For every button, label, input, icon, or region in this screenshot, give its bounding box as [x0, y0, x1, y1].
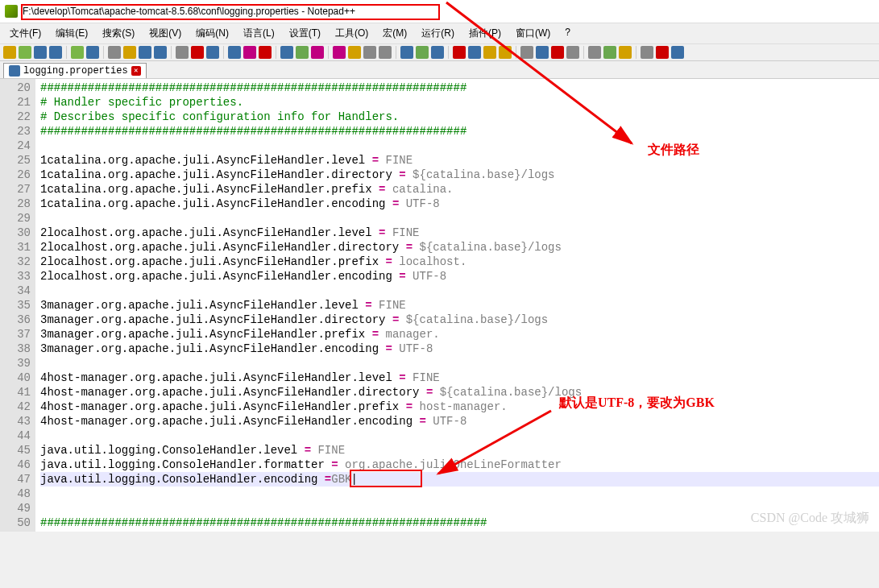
line-number: 49 [2, 501, 31, 516]
menu-item[interactable]: ? [558, 25, 577, 42]
code-line[interactable]: java.util.logging.ConsoleHandler.formatt… [40, 458, 879, 472]
code-line[interactable] [40, 284, 879, 298]
menu-item[interactable]: 视图(V) [143, 25, 188, 42]
toolbar-button-icon[interactable] [154, 46, 167, 59]
line-number: 30 [2, 226, 31, 240]
code-line[interactable]: ########################################… [40, 81, 879, 95]
code-line[interactable]: 1catalina.org.apache.juli.AsyncFileHandl… [40, 153, 879, 168]
toolbar-button-icon[interactable] [588, 46, 601, 59]
toolbar-button-icon[interactable] [468, 46, 481, 59]
toolbar-button-icon[interactable] [483, 46, 496, 59]
menu-item[interactable]: 插件(P) [462, 25, 508, 42]
toolbar-button-icon[interactable] [603, 46, 616, 59]
line-number: 36 [2, 313, 31, 327]
code-line[interactable]: # Handler specific properties. [40, 95, 879, 110]
code-line[interactable] [40, 356, 879, 371]
code-line[interactable] [40, 211, 879, 226]
code-line[interactable] [40, 429, 879, 443]
toolbar-button-icon[interactable] [333, 46, 346, 59]
toolbar-button-icon[interactable] [49, 46, 62, 59]
menu-item[interactable]: 编辑(E) [49, 25, 94, 42]
toolbar-button-icon[interactable] [191, 46, 204, 59]
menu-item[interactable]: 宏(M) [376, 25, 413, 42]
line-number: 43 [2, 414, 31, 429]
toolbar-button-icon[interactable] [71, 46, 84, 59]
menu-item[interactable]: 文件(F) [3, 25, 48, 42]
title-path-text: F:\develop\Tomcat\apache-tomcat-8.5.68\c… [23, 6, 299, 17]
toolbar-button-icon[interactable] [123, 46, 136, 59]
toolbar-button-icon[interactable] [34, 46, 47, 59]
title-suffix: - Notepad++ [299, 6, 355, 17]
toolbar-button-icon[interactable] [206, 46, 219, 59]
code-line[interactable]: 2localhost.org.apache.juli.AsyncFileHand… [40, 255, 879, 269]
toolbar-separator [223, 46, 224, 59]
code-line[interactable]: 2localhost.org.apache.juli.AsyncFileHand… [40, 269, 879, 284]
menu-item[interactable]: 设置(T) [283, 25, 327, 42]
toolbar-button-icon[interactable] [656, 46, 669, 59]
toolbar-button-icon[interactable] [431, 46, 444, 59]
toolbar-button-icon[interactable] [499, 46, 512, 59]
code-line[interactable]: java.util.logging.ConsoleHandler.encodin… [40, 472, 879, 487]
line-number: 39 [2, 356, 31, 371]
code-line[interactable]: ########################################… [40, 124, 879, 139]
toolbar-button-icon[interactable] [400, 46, 413, 59]
toolbar-button-icon[interactable] [566, 46, 579, 59]
code-line[interactable]: 2localhost.org.apache.juli.AsyncFileHand… [40, 226, 879, 240]
code-line[interactable]: 4host-manager.org.apache.juli.AsyncFileH… [40, 385, 879, 400]
toolbar-button-icon[interactable] [551, 46, 564, 59]
toolbar-button-icon[interactable] [86, 46, 99, 59]
toolbar-separator [328, 46, 329, 59]
toolbar-button-icon[interactable] [228, 46, 241, 59]
toolbar-button-icon[interactable] [363, 46, 376, 59]
menu-item[interactable]: 窗口(W) [509, 25, 557, 42]
toolbar-button-icon[interactable] [19, 46, 31, 59]
toolbar-button-icon[interactable] [176, 46, 189, 59]
menu-item[interactable]: 运行(R) [415, 25, 461, 42]
toolbar-button-icon[interactable] [108, 46, 121, 59]
menu-item[interactable]: 搜索(S) [96, 25, 141, 42]
toolbar-button-icon[interactable] [641, 46, 653, 59]
code-line[interactable]: 4host-manager.org.apache.juli.AsyncFileH… [40, 414, 879, 429]
code-line[interactable]: 2localhost.org.apache.juli.AsyncFileHand… [40, 240, 879, 255]
toolbar-button-icon[interactable] [536, 46, 549, 59]
code-line[interactable] [40, 487, 879, 501]
code-line[interactable]: 4host-manager.org.apache.juli.AsyncFileH… [40, 400, 879, 414]
code-line[interactable]: 3manager.org.apache.juli.AsyncFileHandle… [40, 342, 879, 356]
line-number: 45 [2, 443, 31, 458]
toolbar-button-icon[interactable] [416, 46, 429, 59]
code-line[interactable]: 1catalina.org.apache.juli.AsyncFileHandl… [40, 197, 879, 211]
title-bar: F:\develop\Tomcat\apache-tomcat-8.5.68\c… [0, 0, 879, 23]
close-tab-icon[interactable]: ✕ [131, 66, 141, 76]
code-line[interactable]: 3manager.org.apache.juli.AsyncFileHandle… [40, 298, 879, 313]
editor[interactable]: 2021222324252627282930313233343536373839… [0, 78, 879, 532]
toolbar-button-icon[interactable] [348, 46, 361, 59]
toolbar-button-icon[interactable] [296, 46, 309, 59]
menu-item[interactable]: 语言(L) [237, 25, 281, 42]
toolbar-button-icon[interactable] [3, 46, 16, 59]
toolbar-button-icon[interactable] [619, 46, 632, 59]
menu-item[interactable]: 编码(N) [189, 25, 235, 42]
toolbar-button-icon[interactable] [243, 46, 256, 59]
code-line[interactable] [40, 139, 879, 153]
toolbar-button-icon[interactable] [139, 46, 151, 59]
code-line[interactable]: 3manager.org.apache.juli.AsyncFileHandle… [40, 327, 879, 342]
code-area[interactable]: 文件路径 默认是UTF-8，要改为GBK ###################… [35, 79, 879, 532]
code-line[interactable]: 1catalina.org.apache.juli.AsyncFileHandl… [40, 182, 879, 197]
menu-item[interactable]: 工具(O) [329, 25, 375, 42]
toolbar-button-icon[interactable] [453, 46, 466, 59]
toolbar-button-icon[interactable] [520, 46, 533, 59]
toolbar-button-icon[interactable] [379, 46, 392, 59]
code-line[interactable]: # Describes specific configuration info … [40, 110, 879, 124]
file-tab-label: logging.properties [23, 65, 128, 77]
line-number: 34 [2, 284, 31, 298]
line-number: 48 [2, 487, 31, 501]
code-line[interactable]: 1catalina.org.apache.juli.AsyncFileHandl… [40, 168, 879, 182]
toolbar-button-icon[interactable] [311, 46, 324, 59]
toolbar-button-icon[interactable] [259, 46, 272, 59]
code-line[interactable]: java.util.logging.ConsoleHandler.level =… [40, 443, 879, 458]
toolbar-button-icon[interactable] [280, 46, 293, 59]
toolbar-button-icon[interactable] [671, 46, 684, 59]
code-line[interactable]: 4host-manager.org.apache.juli.AsyncFileH… [40, 371, 879, 385]
code-line[interactable]: 3manager.org.apache.juli.AsyncFileHandle… [40, 313, 879, 327]
file-tab[interactable]: logging.properties ✕ [3, 63, 147, 78]
